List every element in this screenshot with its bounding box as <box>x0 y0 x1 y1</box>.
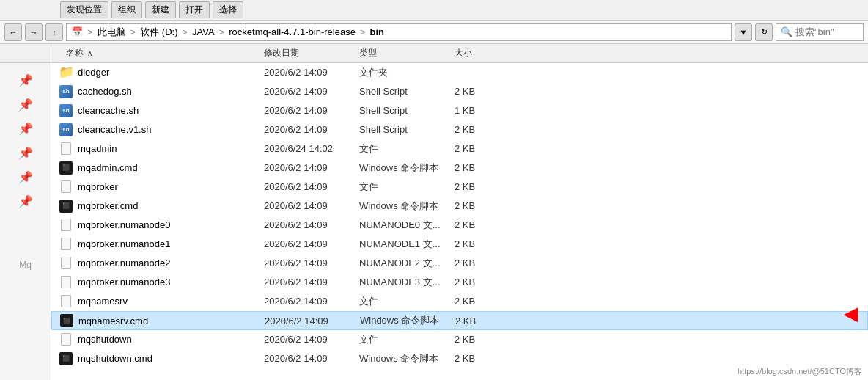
file-name-cell: cleancache.v1.sh <box>78 124 264 135</box>
file-date-cell: 2020/6/24 14:02 <box>264 143 359 154</box>
file-type-cell: 文件 <box>359 295 455 308</box>
file-size-cell: 2 KB <box>455 181 513 192</box>
sidebar: 📌 📌 📌 📌 📌 📌 Mq <box>0 63 51 380</box>
file-name-cell: mqadmin <box>78 143 264 154</box>
file-icon <box>59 180 73 194</box>
search-box[interactable]: 🔍 <box>776 23 864 41</box>
pin-icon-6[interactable]: 📌 <box>15 191 36 211</box>
folder-icon: 📁 <box>59 65 73 80</box>
shell-icon: sh <box>59 123 73 137</box>
path-segment-3[interactable]: JAVA <box>192 26 215 37</box>
file-name-cell: mqbroker.numanode3 <box>78 277 264 288</box>
table-row[interactable]: 📁dledger2020/6/2 14:09文件夹 <box>51 63 868 82</box>
table-row[interactable]: mqbroker2020/6/2 14:09文件2 KB <box>51 178 868 197</box>
file-icon <box>59 142 73 156</box>
pin-icon-3[interactable]: 📌 <box>15 119 36 139</box>
path-sep-0: > <box>87 26 93 37</box>
file-icon <box>59 332 73 347</box>
file-size-cell: 2 KB <box>455 257 513 268</box>
search-input[interactable] <box>795 26 854 37</box>
table-row[interactable]: mqnamesrv2020/6/2 14:09文件2 KB <box>51 292 868 311</box>
dropdown-btn[interactable]: ▼ <box>735 23 752 41</box>
file-type-cell: Shell Script <box>359 86 455 97</box>
path-segment-5[interactable]: bin <box>370 26 385 37</box>
file-date-cell: 2020/6/2 14:09 <box>264 200 359 211</box>
forward-btn[interactable]: → <box>25 23 43 41</box>
cmd-green-icon: ⬛ <box>59 313 74 328</box>
table-row[interactable]: mqbroker.numanode12020/6/2 14:09NUMANODE… <box>51 235 868 254</box>
toolbar-discover-btn[interactable]: 发现位置 <box>60 1 108 18</box>
table-row[interactable]: shcleancache.sh2020/6/2 14:09Shell Scrip… <box>51 101 868 120</box>
file-list[interactable]: 📁dledger2020/6/2 14:09文件夹shcachedog.sh20… <box>51 63 868 380</box>
file-icon <box>59 275 73 290</box>
file-size-cell: 2 KB <box>455 86 513 97</box>
red-arrow-icon: ◀ <box>844 304 857 324</box>
pin-icon-2[interactable]: 📌 <box>15 95 36 114</box>
file-type-cell: NUMANODE1 文... <box>359 238 455 251</box>
path-segment-0[interactable]: 📅 <box>71 26 83 37</box>
file-size-cell: 2 KB <box>455 334 513 345</box>
watermark: https://blog.csdn.net/@51CTO博客 <box>738 366 862 377</box>
file-size-cell: 2 KB <box>455 219 513 230</box>
pin-icon-4[interactable]: 📌 <box>15 143 36 163</box>
file-type-cell: 文件 <box>359 180 455 194</box>
file-date-cell: 2020/6/2 14:09 <box>264 86 359 97</box>
path-segment-2[interactable]: 软件 (D:) <box>140 26 177 39</box>
file-type-cell: Shell Script <box>359 124 455 135</box>
file-size-cell: 2 KB <box>455 162 513 173</box>
toolbar-select-btn[interactable]: 选择 <box>213 1 243 18</box>
toolbar: 发现位置 组织 新建 打开 选择 <box>0 0 868 21</box>
file-type-cell: NUMANODE2 文... <box>359 257 455 270</box>
search-icon: 🔍 <box>781 26 792 37</box>
shell-icon: sh <box>59 84 73 99</box>
path-segment-4[interactable]: rocketmq-all-4.7.1-bin-release <box>229 26 356 37</box>
table-row[interactable]: mqbroker.numanode02020/6/2 14:09NUMANODE… <box>51 216 868 235</box>
file-size-cell: 2 KB <box>455 200 513 211</box>
up-btn[interactable]: ↑ <box>45 23 63 41</box>
refresh-btn[interactable]: ↻ <box>755 23 773 41</box>
table-row[interactable]: mqbroker.numanode32020/6/2 14:09NUMANODE… <box>51 273 868 292</box>
file-date-cell: 2020/6/2 14:09 <box>265 315 360 326</box>
nav-controls: ← → ↑ <box>4 23 63 41</box>
toolbar-new-btn[interactable]: 新建 <box>145 1 176 18</box>
sidebar-col-spacer <box>0 44 51 62</box>
file-type-cell: 文件 <box>359 142 455 156</box>
file-name-cell: mqbroker.cmd <box>78 200 264 211</box>
pin-icon-1[interactable]: 📌 <box>15 70 36 90</box>
back-btn[interactable]: ← <box>4 23 22 41</box>
toolbar-organize-btn[interactable]: 组织 <box>111 1 142 18</box>
table-row[interactable]: ⬛mqnamesrv.cmd2020/6/2 14:09Windows 命令脚本… <box>51 311 868 330</box>
col-header-type[interactable]: 类型 <box>359 47 455 59</box>
table-row[interactable]: mqadmin2020/6/24 14:02文件2 KB <box>51 139 868 158</box>
file-name-cell: mqbroker.numanode2 <box>78 257 264 268</box>
file-date-cell: 2020/6/2 14:09 <box>264 105 359 116</box>
table-row[interactable]: mqshutdown2020/6/2 14:09文件2 KB <box>51 330 868 349</box>
col-header-date[interactable]: 修改日期 <box>264 47 359 59</box>
table-row[interactable]: mqbroker.numanode22020/6/2 14:09NUMANODE… <box>51 254 868 273</box>
table-row[interactable]: shcachedog.sh2020/6/2 14:09Shell Script2… <box>51 82 868 101</box>
address-bar: ← → ↑ 📅 > 此电脑 > 软件 (D:) > JAVA > rocketm… <box>0 21 868 44</box>
col-header-name[interactable]: 名称 ∧ <box>59 47 264 59</box>
cmd-icon: ⬛ <box>59 161 73 175</box>
file-name-cell: cachedog.sh <box>78 86 264 97</box>
toolbar-open-btn[interactable]: 打开 <box>179 1 210 18</box>
file-name-cell: mqadmin.cmd <box>78 162 264 173</box>
file-name-cell: mqbroker.numanode1 <box>78 238 264 249</box>
file-type-cell: 文件 <box>359 333 455 346</box>
file-date-cell: 2020/6/2 14:09 <box>264 296 359 307</box>
file-date-cell: 2020/6/2 14:09 <box>264 181 359 192</box>
file-date-cell: 2020/6/2 14:09 <box>264 162 359 173</box>
col-header-size[interactable]: 大小 <box>455 47 513 59</box>
file-type-cell: Windows 命令脚本 <box>359 161 455 175</box>
path-segment-1[interactable]: 此电脑 <box>98 26 126 39</box>
sort-arrow-name: ∧ <box>87 49 92 57</box>
arrow-annotation: ◀ <box>844 304 857 324</box>
table-row[interactable]: ⬛mqbroker.cmd2020/6/2 14:09Windows 命令脚本2… <box>51 197 868 216</box>
file-name-cell: mqnamesrv <box>78 296 264 307</box>
table-row[interactable]: shcleancache.v1.sh2020/6/2 14:09Shell Sc… <box>51 120 868 139</box>
file-type-cell: 文件夹 <box>359 66 455 79</box>
table-row[interactable]: ⬛mqadmin.cmd2020/6/2 14:09Windows 命令脚本2 … <box>51 158 868 178</box>
file-date-cell: 2020/6/2 14:09 <box>264 124 359 135</box>
address-path[interactable]: 📅 > 此电脑 > 软件 (D:) > JAVA > rocketmq-all-… <box>66 23 732 41</box>
pin-icon-5[interactable]: 📌 <box>15 167 36 187</box>
